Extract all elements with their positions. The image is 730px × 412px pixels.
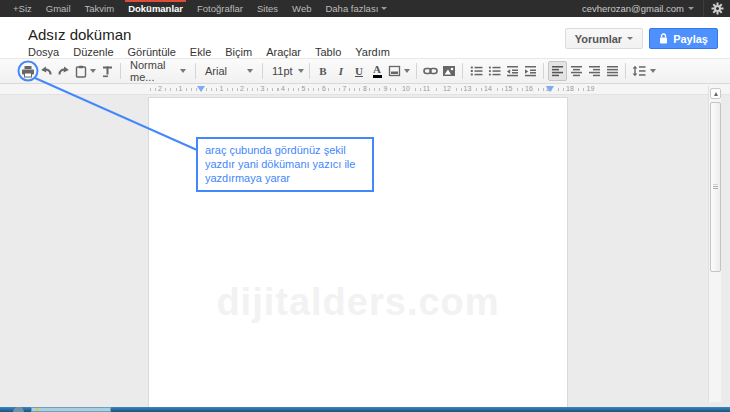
ruler-number: 6 <box>320 85 328 92</box>
scrollbar-thumb[interactable] <box>710 102 721 272</box>
document-title[interactable]: Adsız doküman <box>28 26 131 43</box>
bulleted-list-button[interactable] <box>485 61 503 81</box>
header-actions: Yorumlar Paylaş <box>565 28 718 49</box>
ruler-number: 18 <box>564 85 576 92</box>
decrease-indent-button[interactable] <box>503 61 521 81</box>
redo-arrow-icon <box>57 65 71 78</box>
topbar-account-area: cevherozan@gmail.com <box>573 0 730 17</box>
chevron-down-icon <box>298 69 304 73</box>
topbar-item-plus-you[interactable]: +Siz <box>6 0 39 17</box>
topbar-item-web[interactable]: Web <box>285 0 318 17</box>
print-button[interactable] <box>19 61 37 81</box>
lock-icon <box>659 33 668 44</box>
decrease-indent-icon <box>506 65 519 77</box>
topbar-item-calendar[interactable]: Takvim <box>78 0 122 17</box>
insert-link-button[interactable] <box>421 61 440 81</box>
insert-image-button[interactable] <box>440 61 458 81</box>
toolbar-separator <box>543 63 544 79</box>
menu-tools[interactable]: Araçlar <box>266 46 309 58</box>
scroll-up-button[interactable] <box>710 88 721 99</box>
underline-button[interactable]: U <box>350 61 368 81</box>
vertical-scrollbar[interactable] <box>708 86 721 402</box>
ruler-number: 19 <box>585 85 597 92</box>
line-spacing-button[interactable] <box>630 61 658 81</box>
ruler-number: 4 <box>279 85 287 92</box>
printer-icon <box>21 65 35 78</box>
chevron-down-icon <box>650 69 656 73</box>
toolbar-separator <box>625 63 626 79</box>
styles-dropdown[interactable]: Normal me... <box>125 61 191 81</box>
undo-button[interactable] <box>37 61 55 81</box>
chevron-down-icon <box>381 7 387 10</box>
account-menu[interactable]: cevherozan@gmail.com <box>573 3 703 14</box>
topbar-item-documents[interactable]: Dokümanlar <box>121 0 190 17</box>
toolbar: Normal me... Arial 11pt B I U A <box>0 58 730 84</box>
menu-view[interactable]: Görüntüle <box>128 46 184 58</box>
comments-button-label: Yorumlar <box>575 33 622 45</box>
ruler-number: 1 <box>218 85 226 92</box>
google-topbar: +Siz Gmail Takvim Dokümanlar Fotoğraflar… <box>0 0 730 17</box>
menu-file[interactable]: Dosya <box>28 46 67 58</box>
align-left-icon <box>551 65 564 77</box>
left-indent-marker-icon[interactable] <box>197 86 205 92</box>
justify-icon <box>606 65 619 77</box>
watermark-text: dijitalders.com <box>149 281 567 324</box>
redo-button[interactable] <box>55 61 73 81</box>
font-dropdown[interactable]: Arial <box>200 61 258 81</box>
align-left-button[interactable] <box>548 61 567 81</box>
arrow-up-icon <box>714 92 718 96</box>
chevron-down-icon <box>627 37 633 40</box>
highlight-color-button[interactable] <box>386 61 412 81</box>
italic-button[interactable]: I <box>332 61 350 81</box>
justify-button[interactable] <box>603 61 621 81</box>
chevron-down-icon <box>404 69 410 73</box>
font-size-dropdown[interactable]: 11pt <box>267 61 305 81</box>
menu-insert[interactable]: Ekle <box>190 46 219 58</box>
ruler-number: 8 <box>361 85 369 92</box>
menu-help[interactable]: Yardım <box>355 46 398 58</box>
align-right-button[interactable] <box>585 61 603 81</box>
bold-button[interactable]: B <box>314 61 332 81</box>
ruler-number: 2 <box>156 85 164 92</box>
text-color-button[interactable]: A <box>368 61 386 81</box>
topbar-nav: +Siz Gmail Takvim Dokümanlar Fotoğraflar… <box>0 0 394 17</box>
line-spacing-icon <box>632 65 646 77</box>
ruler-number: 12 <box>441 85 453 92</box>
toolbar-separator <box>462 63 463 79</box>
ruler-number: 16 <box>523 85 535 92</box>
chevron-down-icon <box>247 69 253 73</box>
share-button[interactable]: Paylaş <box>649 28 718 49</box>
taskbar-app-button[interactable] <box>31 407 111 412</box>
topbar-item-more[interactable]: Daha fazlası <box>318 0 393 17</box>
paint-format-button[interactable] <box>98 61 116 81</box>
styles-dropdown-value: Normal me... <box>130 59 175 83</box>
text-color-icon: A <box>373 65 382 78</box>
menu-format[interactable]: Biçim <box>225 46 260 58</box>
numbered-list-icon <box>470 65 483 77</box>
ruler-number: 5 <box>300 85 308 92</box>
gear-icon <box>711 2 724 15</box>
menu-edit[interactable]: Düzenle <box>73 46 121 58</box>
topbar-item-gmail[interactable]: Gmail <box>39 0 78 17</box>
comments-button[interactable]: Yorumlar <box>565 28 643 49</box>
start-button[interactable] <box>13 407 24 412</box>
align-center-button[interactable] <box>567 61 585 81</box>
toolbar-separator <box>120 63 121 79</box>
paint-format-icon <box>101 65 114 78</box>
topbar-item-sites[interactable]: Sites <box>250 0 285 17</box>
toolbar-separator <box>416 63 417 79</box>
menu-table[interactable]: Tablo <box>315 46 349 58</box>
numbered-list-button[interactable] <box>467 61 485 81</box>
increase-indent-button[interactable] <box>521 61 539 81</box>
google-docs-window: +Siz Gmail Takvim Dokümanlar Fotoğraflar… <box>0 0 730 412</box>
ruler-number: 11 <box>421 85 432 92</box>
topbar-item-photos[interactable]: Fotoğraflar <box>190 0 250 17</box>
ruler[interactable]: 2112345678910111213141516171819 <box>0 84 730 95</box>
clipboard-icon <box>75 65 87 78</box>
ruler-number: 2 <box>238 85 246 92</box>
ruler-number: 1 <box>177 85 185 92</box>
settings-button[interactable] <box>704 0 730 17</box>
web-clipboard-button[interactable] <box>73 61 98 81</box>
windows-taskbar[interactable] <box>0 407 730 412</box>
right-indent-marker-icon[interactable] <box>546 86 554 92</box>
